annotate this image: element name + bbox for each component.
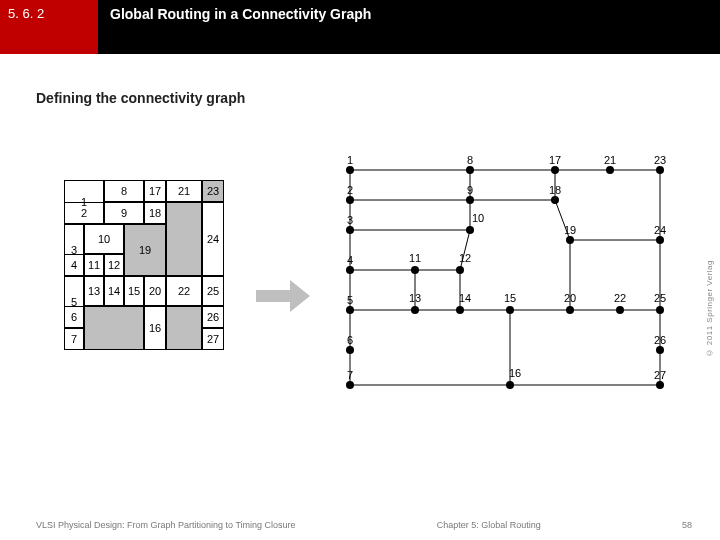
graph-node-label-14: 14 <box>459 292 471 304</box>
graph-node-22 <box>616 306 624 314</box>
grid-diagram: 1817212391823101924111245131415202225671… <box>64 180 244 372</box>
copyright-note: © 2011 Springer Verlag <box>705 260 714 357</box>
ob-a <box>166 202 202 276</box>
ob-b <box>84 306 144 350</box>
cell-23: 23 <box>202 180 224 202</box>
graph-node-label-22: 22 <box>614 292 626 304</box>
graph-node-label-9: 9 <box>467 184 473 196</box>
graph-node-27 <box>656 381 664 389</box>
cell-18: 18 <box>144 202 166 224</box>
graph-node-10 <box>466 226 474 234</box>
graph-node-17 <box>551 166 559 174</box>
graph-node-25 <box>656 306 664 314</box>
cell-24: 24 <box>202 202 224 276</box>
graph-node-15 <box>506 306 514 314</box>
graph-node-label-26: 26 <box>654 334 666 346</box>
graph-node-label-3: 3 <box>347 214 353 226</box>
cell-10: 10 <box>84 224 124 254</box>
slide-title: Global Routing in a Connectivity Graph <box>98 0 720 54</box>
slide-content: 1817212391823101924111245131415202225671… <box>0 150 720 470</box>
cell-26: 26 <box>202 306 224 328</box>
graph-node-6 <box>346 346 354 354</box>
slide-subtitle: Defining the connectivity graph <box>36 90 720 106</box>
graph-node-3 <box>346 226 354 234</box>
graph-node-24 <box>656 236 664 244</box>
graph-node-11 <box>411 266 419 274</box>
graph-node-label-20: 20 <box>564 292 576 304</box>
footer-left: VLSI Physical Design: From Graph Partiti… <box>36 520 296 530</box>
graph-node-18 <box>551 196 559 204</box>
svg-line-18 <box>460 230 470 270</box>
section-number: 5. 6. 2 <box>0 0 98 54</box>
graph-node-label-1: 1 <box>347 154 353 166</box>
graph-node-13 <box>411 306 419 314</box>
graph-node-label-24: 24 <box>654 224 666 236</box>
graph-node-label-4: 4 <box>347 254 353 266</box>
graph-node-label-16: 16 <box>509 367 521 379</box>
graph-node-label-6: 6 <box>347 334 353 346</box>
graph-node-12 <box>456 266 464 274</box>
graph-node-label-17: 17 <box>549 154 561 166</box>
cell-12: 12 <box>104 254 124 276</box>
graph-node-8 <box>466 166 474 174</box>
cell-7: 7 <box>64 328 84 350</box>
graph-node-label-23: 23 <box>654 154 666 166</box>
graph-node-label-5: 5 <box>347 294 353 306</box>
graph-node-label-7: 7 <box>347 369 353 381</box>
graph-node-label-27: 27 <box>654 369 666 381</box>
cell-2: 2 <box>64 202 104 224</box>
graph-node-label-8: 8 <box>467 154 473 166</box>
graph-node-21 <box>606 166 614 174</box>
arrow-icon <box>256 280 310 312</box>
graph-node-label-11: 11 <box>409 252 421 264</box>
cell-6: 6 <box>64 306 84 328</box>
cell-9: 9 <box>104 202 144 224</box>
graph-node-20 <box>566 306 574 314</box>
cell-13: 13 <box>84 276 104 306</box>
graph-node-label-21: 21 <box>604 154 616 166</box>
connectivity-graph: 1234567891011121314151617181920212223242… <box>330 150 690 420</box>
graph-node-7 <box>346 381 354 389</box>
cell-14: 14 <box>104 276 124 306</box>
cell-19: 19 <box>124 224 166 276</box>
graph-node-label-12: 12 <box>459 252 471 264</box>
graph-node-2 <box>346 196 354 204</box>
graph-node-label-15: 15 <box>504 292 516 304</box>
cell-21: 21 <box>166 180 202 202</box>
cell-8: 8 <box>104 180 144 202</box>
graph-node-label-25: 25 <box>654 292 666 304</box>
graph-node-label-19: 19 <box>564 224 576 236</box>
graph-node-label-10: 10 <box>472 212 484 224</box>
cell-20: 20 <box>144 276 166 306</box>
cell-16: 16 <box>144 306 166 350</box>
graph-node-1 <box>346 166 354 174</box>
cell-27: 27 <box>202 328 224 350</box>
slide-footer: VLSI Physical Design: From Graph Partiti… <box>0 520 720 530</box>
footer-page: 58 <box>682 520 692 530</box>
cell-17: 17 <box>144 180 166 202</box>
cell-22: 22 <box>166 276 202 306</box>
cell-11: 11 <box>84 254 104 276</box>
graph-node-4 <box>346 266 354 274</box>
cell-25: 25 <box>202 276 224 306</box>
graph-node-5 <box>346 306 354 314</box>
graph-node-9 <box>466 196 474 204</box>
graph-node-label-13: 13 <box>409 292 421 304</box>
slide-header: 5. 6. 2 Global Routing in a Connectivity… <box>0 0 720 54</box>
cell-4: 4 <box>64 254 84 276</box>
graph-node-19 <box>566 236 574 244</box>
ob-c <box>166 306 202 350</box>
cell-15: 15 <box>124 276 144 306</box>
graph-node-14 <box>456 306 464 314</box>
graph-node-label-18: 18 <box>549 184 561 196</box>
graph-node-16 <box>506 381 514 389</box>
footer-center: Chapter 5: Global Routing <box>437 520 541 530</box>
graph-node-23 <box>656 166 664 174</box>
graph-node-label-2: 2 <box>347 184 353 196</box>
graph-node-26 <box>656 346 664 354</box>
